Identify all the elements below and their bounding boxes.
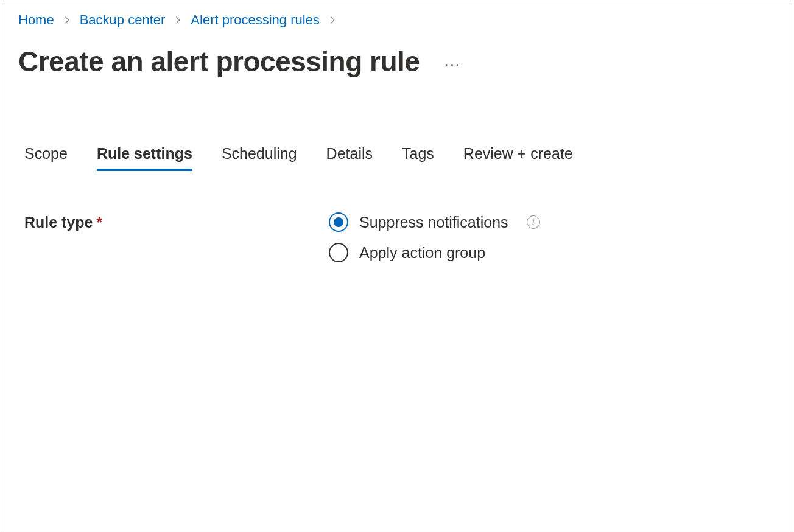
breadcrumb-link-backup-center[interactable]: Backup center xyxy=(80,11,166,29)
radio-icon xyxy=(329,212,348,232)
tabs: Scope Rule settings Scheduling Details T… xyxy=(18,145,776,171)
tab-scheduling[interactable]: Scheduling xyxy=(222,145,297,171)
chevron-right-icon xyxy=(328,16,337,24)
rule-type-options: Suppress notifications i Apply action gr… xyxy=(329,212,540,262)
option-apply-action-group[interactable]: Apply action group xyxy=(329,243,540,262)
tab-rule-settings[interactable]: Rule settings xyxy=(97,145,192,171)
rule-type-label: Rule type* xyxy=(24,212,329,231)
rule-type-label-text: Rule type xyxy=(24,214,93,231)
tab-tags[interactable]: Tags xyxy=(402,145,434,171)
breadcrumb-link-alert-processing-rules[interactable]: Alert processing rules xyxy=(191,11,320,29)
more-actions-button[interactable]: ··· xyxy=(444,51,461,72)
chevron-right-icon xyxy=(174,16,182,24)
required-indicator: * xyxy=(97,214,103,231)
tab-scope[interactable]: Scope xyxy=(24,145,68,171)
info-icon[interactable]: i xyxy=(527,215,540,229)
breadcrumb-link-home[interactable]: Home xyxy=(18,11,54,29)
field-rule-type: Rule type* Suppress notifications i Appl… xyxy=(24,212,776,262)
form-area: Rule type* Suppress notifications i Appl… xyxy=(18,212,776,262)
breadcrumb: Home Backup center Alert processing rule… xyxy=(18,7,776,29)
title-row: Create an alert processing rule ··· xyxy=(18,45,776,78)
page-frame: Home Backup center Alert processing rule… xyxy=(1,1,793,531)
option-label: Apply action group xyxy=(359,244,485,262)
tab-details[interactable]: Details xyxy=(326,145,373,171)
chevron-right-icon xyxy=(63,16,71,24)
page-title: Create an alert processing rule xyxy=(18,45,420,78)
option-suppress-notifications[interactable]: Suppress notifications i xyxy=(329,212,540,232)
tab-review-create[interactable]: Review + create xyxy=(463,145,573,171)
option-label: Suppress notifications xyxy=(359,214,508,231)
radio-icon xyxy=(329,243,348,262)
